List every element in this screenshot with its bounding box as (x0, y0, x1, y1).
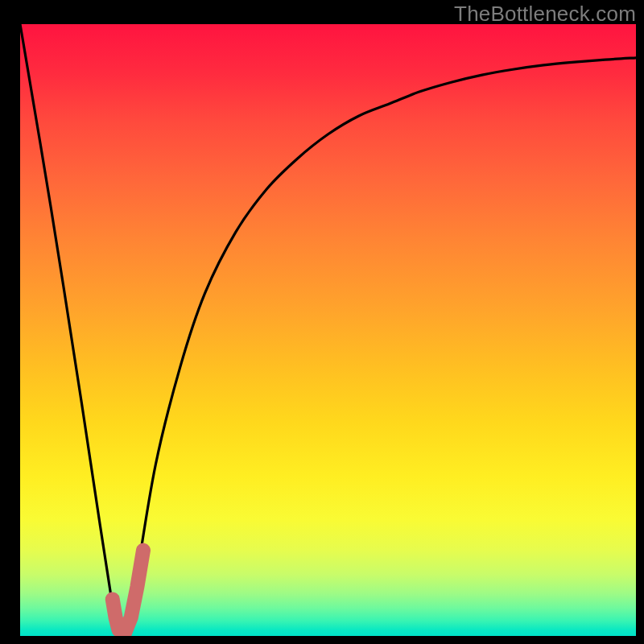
bottleneck-curve (20, 24, 636, 636)
watermark-text: TheBottleneck.com (454, 2, 636, 27)
highlight-marker (113, 551, 143, 634)
curve-layer (20, 24, 636, 636)
plot-area (20, 24, 636, 636)
chart-frame: TheBottleneck.com (0, 0, 644, 644)
